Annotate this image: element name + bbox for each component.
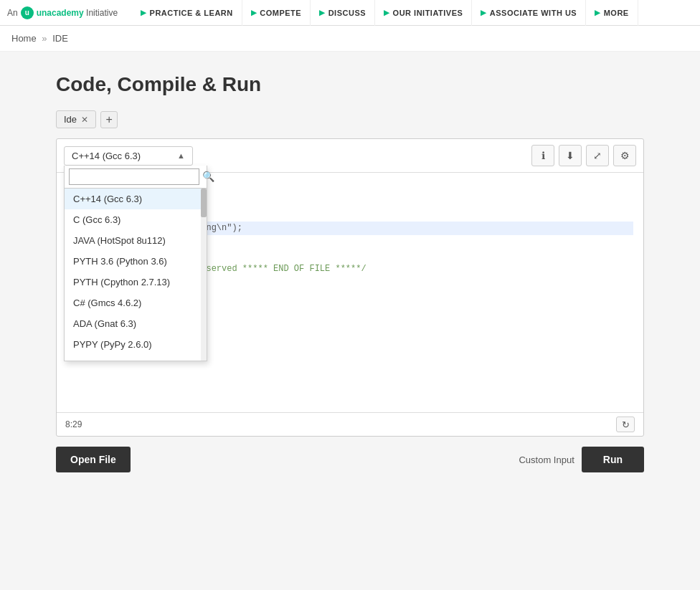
lang-option-java[interactable]: JAVA (HotSpot 8u112) [65, 230, 207, 251]
info-button[interactable]: ℹ [531, 145, 554, 166]
top-nav: An u unacademy Initiative ▶ PRACTICE & L… [0, 0, 700, 26]
refresh-button[interactable]: ↻ [616, 417, 635, 432]
language-selector[interactable]: C++14 (Gcc 6.3) ▲ 🔍 C++14 (Gcc 6.3) C (G… [64, 146, 193, 166]
language-search-input[interactable] [69, 168, 199, 185]
nav-practice-learn[interactable]: ▶ PRACTICE & LEARN [132, 0, 242, 26]
refresh-icon: ↻ [622, 419, 630, 430]
brand: An u unacademy Initiative [7, 6, 118, 19]
cursor-position: 8:29 [65, 419, 82, 429]
nav-arrow-1: ▶ [141, 9, 147, 16]
nav-more[interactable]: ▶ MORE [586, 0, 638, 26]
status-bar: 8:29 ↻ [57, 412, 643, 436]
nav-arrow-6: ▶ [595, 9, 601, 16]
ide-toolbar: C++14 (Gcc 6.3) ▲ 🔍 C++14 (Gcc 6.3) C (G… [57, 139, 643, 173]
language-dropdown: 🔍 C++14 (Gcc 6.3) C (Gcc 6.3) JAVA (HotS… [64, 166, 207, 361]
bottom-right: Custom Input Run [519, 447, 644, 472]
toolbar-right: ℹ ⬇ ⤢ ⚙ [531, 145, 636, 166]
settings-button[interactable]: ⚙ [613, 145, 636, 166]
nav-items: ▶ PRACTICE & LEARN ▶ COMPETE ▶ DISCUSS ▶… [132, 0, 693, 26]
nav-arrow-5: ▶ [481, 9, 487, 16]
download-icon: ⬇ [566, 150, 574, 161]
download-button[interactable]: ⬇ [559, 145, 582, 166]
open-file-button[interactable]: Open File [56, 447, 131, 472]
dropdown-scrollbar-track[interactable] [201, 189, 207, 361]
lang-option-py27[interactable]: PYTH (Cpython 2.7.13) [65, 272, 207, 292]
nav-associate[interactable]: ▶ ASSOCIATE WITH US [472, 0, 586, 26]
nav-compete[interactable]: ▶ COMPETE [242, 0, 311, 26]
tab-bar: Ide ✕ + [56, 110, 644, 128]
lang-option-ada[interactable]: ADA (Gnat 6.3) [65, 313, 207, 334]
page-title: Code, Compile & Run [56, 73, 644, 96]
main-content: Code, Compile & Run Ide ✕ + C++14 (Gcc 6… [27, 52, 673, 494]
breadcrumb-home[interactable]: Home [11, 33, 37, 44]
breadcrumb-sep: » [42, 33, 47, 44]
lang-option-py36[interactable]: PYTH 3.6 (Python 3.6) [65, 251, 207, 272]
language-list: C++14 (Gcc 6.3) C (Gcc 6.3) JAVA (HotSpo… [65, 189, 207, 361]
language-select-button[interactable]: C++14 (Gcc 6.3) ▲ [64, 146, 193, 166]
brand-prefix: An [7, 8, 18, 18]
nav-arrow-3: ▶ [319, 9, 326, 16]
tab-ide[interactable]: Ide ✕ [56, 110, 96, 128]
tab-close-icon[interactable]: ✕ [81, 115, 88, 124]
lang-option-c[interactable]: C (Gcc 6.3) [65, 209, 207, 230]
lang-option-csharp[interactable]: C# (Gmcs 4.6.2) [65, 292, 207, 313]
fullscreen-button[interactable]: ⤢ [586, 145, 609, 166]
breadcrumb: Home » IDE [0, 26, 700, 52]
run-button[interactable]: Run [582, 447, 644, 472]
bottom-bar: Open File Custom Input Run [56, 437, 644, 472]
lang-option-pypy3[interactable]: PYPY3 (PyPy 3.5) [65, 355, 207, 361]
nav-arrow-2: ▶ [251, 9, 257, 16]
brand-suffix: Initiative [86, 8, 118, 18]
lang-option-pypy[interactable]: PYPY (PyPy 2.6.0) [65, 334, 207, 355]
brand-logo: u [21, 6, 34, 19]
dropdown-scrollbar-thumb[interactable] [201, 189, 207, 217]
chevron-up-icon: ▲ [177, 151, 185, 160]
nav-our-initiatives[interactable]: ▶ OUR INITIATIVES [375, 0, 472, 26]
fullscreen-icon: ⤢ [593, 150, 602, 161]
breadcrumb-current: IDE [52, 33, 68, 44]
search-icon: 🔍 [202, 171, 214, 182]
settings-icon: ⚙ [620, 150, 630, 161]
tab-ide-label: Ide [64, 114, 77, 125]
nav-arrow-4: ▶ [384, 9, 390, 16]
info-icon: ℹ [541, 150, 545, 161]
lang-search-wrapper: 🔍 [65, 166, 207, 189]
selected-language-label: C++14 (Gcc 6.3) [72, 151, 141, 161]
brand-name: unacademy [37, 8, 84, 18]
tab-add-button[interactable]: + [100, 111, 118, 128]
nav-discuss[interactable]: ▶ DISCUSS [311, 0, 375, 26]
lang-option-cpp14[interactable]: C++14 (Gcc 6.3) [65, 189, 207, 209]
custom-input-label: Custom Input [519, 455, 574, 465]
ide-panel: C++14 (Gcc 6.3) ▲ 🔍 C++14 (Gcc 6.3) C (G… [56, 138, 644, 437]
